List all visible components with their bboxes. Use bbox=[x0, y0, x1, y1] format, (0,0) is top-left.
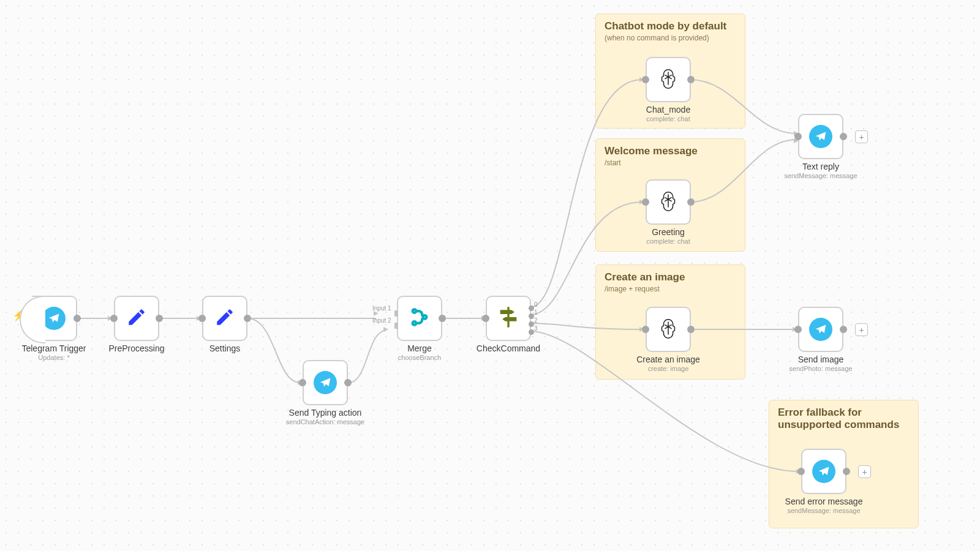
telegram-icon bbox=[42, 307, 66, 330]
sticky-subtitle: (when no command is provided) bbox=[605, 34, 736, 42]
node-sublabel: sendChatAction: message bbox=[286, 418, 364, 425]
pencil-icon bbox=[214, 307, 235, 330]
telegram-icon bbox=[314, 371, 337, 394]
check-output-1: 1 bbox=[534, 309, 538, 316]
node-merge[interactable]: MergechooseBranch bbox=[397, 296, 442, 341]
add-output-button[interactable]: + bbox=[855, 130, 868, 143]
sticky-subtitle: /start bbox=[605, 159, 736, 167]
merge-input-label-1: Input 1 bbox=[372, 305, 391, 312]
node-label: Telegram Trigger bbox=[21, 343, 86, 353]
check-output-3: 3 bbox=[534, 325, 538, 332]
telegram-icon bbox=[809, 125, 832, 148]
telegram-icon bbox=[809, 318, 832, 341]
pencil-icon bbox=[126, 307, 147, 330]
svg-marker-4 bbox=[383, 327, 388, 332]
node-preprocessing[interactable]: PreProcessing bbox=[114, 296, 159, 341]
sticky-subtitle: /image + request bbox=[605, 285, 736, 293]
node-label: CheckCommand bbox=[477, 343, 540, 353]
openai-icon bbox=[657, 189, 680, 215]
node-sublabel: sendMessage: message bbox=[785, 507, 863, 514]
openai-icon bbox=[657, 317, 680, 342]
merge-icon bbox=[409, 307, 430, 330]
node-settings[interactable]: Settings bbox=[202, 296, 247, 341]
svg-point-15 bbox=[423, 315, 427, 319]
node-chat-mode[interactable]: Chat_modecomplete: chat bbox=[646, 57, 691, 102]
node-sublabel: create: image bbox=[636, 365, 700, 372]
node-send-error[interactable]: Send error messagesendMessage: message bbox=[801, 449, 846, 494]
node-sublabel: Updates: * bbox=[21, 354, 86, 361]
node-label: PreProcessing bbox=[108, 343, 164, 353]
node-label: Merge bbox=[407, 343, 432, 353]
node-label: Send image bbox=[798, 354, 844, 364]
node-text-reply[interactable]: Text replysendMessage: message bbox=[798, 114, 843, 159]
telegram-icon bbox=[812, 460, 835, 483]
openai-icon bbox=[657, 67, 680, 92]
sticky-title: Error fallback for unsupported commands bbox=[778, 407, 910, 431]
sticky-title: Welcome message bbox=[605, 145, 736, 157]
merge-input-label-2: Input 2 bbox=[372, 317, 391, 324]
node-label: Chat_mode bbox=[646, 105, 690, 114]
sticky-title: Create an image bbox=[605, 271, 736, 283]
svg-marker-2 bbox=[374, 311, 379, 316]
node-sublabel: complete: chat bbox=[646, 238, 690, 245]
node-check-command[interactable]: CheckCommand bbox=[486, 296, 531, 341]
node-label: Create an image bbox=[636, 354, 700, 364]
node-send-image[interactable]: Send imagesendPhoto: message bbox=[798, 307, 843, 352]
node-sublabel: chooseBranch bbox=[398, 354, 441, 361]
node-label: Send error message bbox=[785, 497, 863, 506]
node-send-typing[interactable]: Send Typing actionsendChatAction: messag… bbox=[303, 360, 348, 405]
node-sublabel: sendPhoto: message bbox=[789, 365, 852, 372]
node-telegram-trigger[interactable]: Telegram TriggerUpdates: * bbox=[32, 296, 77, 341]
check-output-2: 2 bbox=[534, 317, 538, 324]
add-output-button[interactable]: + bbox=[855, 323, 868, 336]
sticky-title: Chatbot mode by default bbox=[605, 20, 736, 32]
node-label: Greeting bbox=[652, 227, 685, 237]
node-greeting[interactable]: Greetingcomplete: chat bbox=[646, 179, 691, 225]
check-output-0: 0 bbox=[534, 301, 538, 308]
node-sublabel: complete: chat bbox=[646, 115, 690, 122]
add-output-button[interactable]: + bbox=[858, 465, 871, 478]
node-label: Send Typing action bbox=[289, 408, 362, 418]
node-label: Settings bbox=[209, 343, 241, 353]
workflow-canvas[interactable]: Chatbot mode by default (when no command… bbox=[0, 0, 980, 551]
node-sublabel: sendMessage: message bbox=[784, 172, 857, 179]
signpost-icon bbox=[496, 305, 521, 332]
node-label: Text reply bbox=[802, 162, 839, 171]
node-create-image[interactable]: Create an imagecreate: image bbox=[646, 307, 691, 352]
